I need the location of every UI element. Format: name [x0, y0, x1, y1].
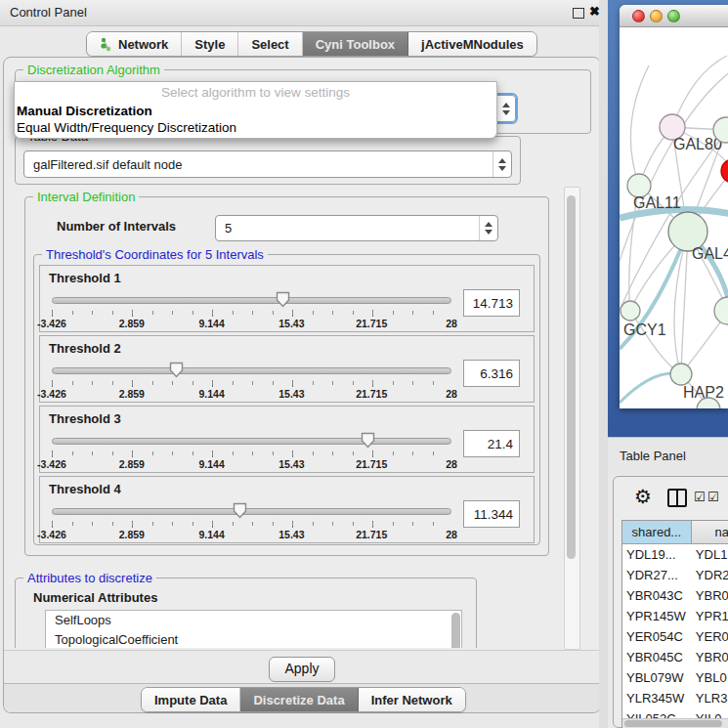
tick-label: -3.426 [37, 458, 66, 470]
table-horizontal-scrollbar[interactable] [622, 718, 728, 728]
slider-track[interactable] [52, 297, 451, 304]
scrollbar-thumb[interactable] [624, 720, 722, 727]
table-row[interactable]: YIL052C YIL0 [622, 708, 728, 718]
table-cell-shared-name[interactable]: YDR27... [622, 565, 692, 585]
slider-thumb-icon[interactable] [169, 362, 184, 378]
threshold-value-field[interactable]: 6.316 [463, 360, 520, 387]
table-cell-shared-name[interactable]: YLR345W [622, 688, 692, 708]
tab-jactivemnodules[interactable]: jActiveMNodules [408, 32, 536, 56]
tick-label: 9.144 [198, 318, 224, 329]
tab-discretize-data[interactable]: Discretize Data [240, 688, 358, 711]
tab-jactivemnodules-label: jActiveMNodules [421, 37, 524, 52]
settings-vertical-scrollbar[interactable] [564, 187, 580, 650]
dropdown-item-equal-width-frequency[interactable]: Equal Width/Frequency Discretization [15, 119, 496, 136]
table-cell-shared-name[interactable]: YBR043C [622, 585, 692, 606]
checkbox-select-all-icon[interactable]: ☑ [694, 490, 706, 504]
slider-thumb-icon[interactable] [233, 502, 247, 519]
table-row[interactable]: YLR345W YLR3 [622, 688, 728, 708]
interval-definition-group: Interval Definition Number of Intervals … [24, 196, 549, 556]
table-cell-shared-name[interactable]: YBR045C [622, 647, 692, 667]
network-window: GAL80GACGAL11GAL4GCY1HHAP2 [620, 5, 728, 408]
attributes-list-scrollbar[interactable] [451, 613, 460, 648]
float-window-icon[interactable] [573, 8, 584, 19]
slider-track[interactable] [52, 438, 451, 445]
network-node[interactable] [621, 301, 640, 321]
table-data-combo[interactable]: galFiltered.sif default node [23, 150, 512, 178]
table-cell-name[interactable]: YDR2 [692, 565, 728, 585]
table-row[interactable]: YBR045C YBR0 [622, 647, 728, 667]
tab-cyni-toolbox[interactable]: Cyni Toolbox [303, 32, 408, 56]
threshold-value-field[interactable]: 11.344 [463, 500, 520, 528]
top-tab-bar: Network Style Select Cyni Toolbox jActiv… [86, 31, 537, 57]
table-data-combo-value: galFiltered.sif default node [24, 157, 492, 172]
tick-label: 21.715 [356, 529, 387, 540]
dropdown-prompt-item[interactable]: Select algorithm to view settings [15, 82, 496, 103]
network-node[interactable] [714, 297, 728, 324]
network-node[interactable] [670, 364, 692, 385]
network-canvas[interactable]: GAL80GACGAL11GAL4GCY1HHAP2 [620, 26, 728, 408]
slider-thumb-icon[interactable] [361, 432, 375, 449]
slider-minor-ticks [52, 311, 452, 315]
table-cell-shared-name[interactable]: YPR145W [622, 606, 692, 626]
network-window-titlebar[interactable] [620, 5, 728, 27]
table-cell-shared-name[interactable]: YER054C [622, 626, 692, 647]
slider-track[interactable] [52, 508, 451, 515]
tab-style[interactable]: Style [182, 32, 238, 56]
scrollbar-thumb[interactable] [567, 195, 576, 559]
tab-cyni-toolbox-label: Cyni Toolbox [316, 37, 395, 52]
table-cell-name[interactable]: YDL1 [692, 544, 728, 565]
network-node[interactable] [721, 159, 728, 183]
tab-network[interactable]: Network [87, 32, 182, 56]
threshold-value-field[interactable]: 14.713 [463, 289, 520, 317]
slider-thumb-icon[interactable] [276, 291, 290, 308]
table-cell-name[interactable]: YBL0 [692, 667, 728, 688]
table-cell-shared-name[interactable]: YIL052C [622, 708, 692, 718]
tab-infer-network[interactable]: Infer Network [359, 688, 465, 711]
tick-label: 15.43 [278, 458, 304, 470]
gear-icon[interactable]: ⚙ [634, 485, 652, 508]
number-of-intervals-row: Number of Intervals 5 [25, 215, 548, 240]
table-cell-name[interactable]: YBR0 [692, 585, 728, 606]
tab-select[interactable]: Select [238, 32, 302, 56]
threshold-slider[interactable]: -3.4262.8599.14415.4321.71528 [52, 362, 451, 399]
table-cell-shared-name[interactable]: YDL19... [622, 544, 692, 565]
tab-impute-data[interactable]: Impute Data [142, 688, 240, 711]
apply-button[interactable]: Apply [269, 657, 335, 682]
table-cell-name[interactable]: YER0 [692, 626, 728, 647]
table-row[interactable]: YER054C YER0 [622, 626, 728, 647]
tab-select-label: Select [251, 37, 288, 52]
table-row[interactable]: YBR043C YBR0 [622, 585, 728, 606]
checkbox-select-none-icon[interactable]: ☑ [707, 490, 719, 504]
table-row[interactable]: YPR145W YPR1 [622, 606, 728, 626]
table-toolbar: ⚙ ☑ ☑ [614, 477, 728, 518]
threshold-label: Threshold 3 [49, 411, 121, 426]
table-cell-name[interactable]: YBR0 [692, 647, 728, 667]
table-cell-name[interactable]: YPR1 [692, 606, 728, 626]
dropdown-item-manual-discretization[interactable]: Manual Discretization [15, 103, 496, 119]
bottom-tab-bar: Impute Data Discretize Data Infer Networ… [141, 687, 466, 712]
tick-label: 21.715 [356, 318, 387, 329]
tick-label: 15.43 [278, 318, 304, 329]
table-cell-shared-name[interactable]: YBL079W [622, 667, 692, 688]
threshold-slider[interactable]: -3.4262.8599.14415.4321.71528 [52, 502, 451, 539]
table-row[interactable]: YDL19... YDL1 [622, 544, 728, 565]
table-cell-name[interactable]: YLR3 [692, 688, 728, 708]
attribute-list-item[interactable]: TopologicalCoefficient [46, 630, 461, 648]
column-header-shared-name[interactable]: shared... [622, 521, 692, 544]
minimize-traffic-light[interactable] [650, 10, 663, 22]
split-columns-icon[interactable] [667, 489, 687, 507]
table-row[interactable]: YBL079W YBL0 [622, 667, 728, 688]
table-data-group: Table Data galFiltered.sif default node [15, 136, 521, 185]
threshold-slider[interactable]: -3.4262.8599.14415.4321.71528 [52, 291, 451, 328]
attribute-list-item[interactable]: SelfLoops [46, 611, 461, 630]
threshold-slider[interactable]: -3.4262.8599.14415.4321.71528 [52, 432, 451, 469]
table-cell-name[interactable]: YIL0 [692, 708, 728, 718]
slider-track[interactable] [52, 367, 451, 374]
slider-minor-ticks [52, 522, 452, 526]
number-of-intervals-combo[interactable]: 5 [215, 215, 498, 241]
close-traffic-light[interactable] [632, 10, 645, 22]
threshold-value-field[interactable]: 21.4 [463, 430, 520, 457]
zoom-traffic-light[interactable] [667, 10, 680, 22]
column-header-name[interactable]: na [692, 521, 728, 544]
table-row[interactable]: YDR27... YDR2 [622, 565, 728, 585]
